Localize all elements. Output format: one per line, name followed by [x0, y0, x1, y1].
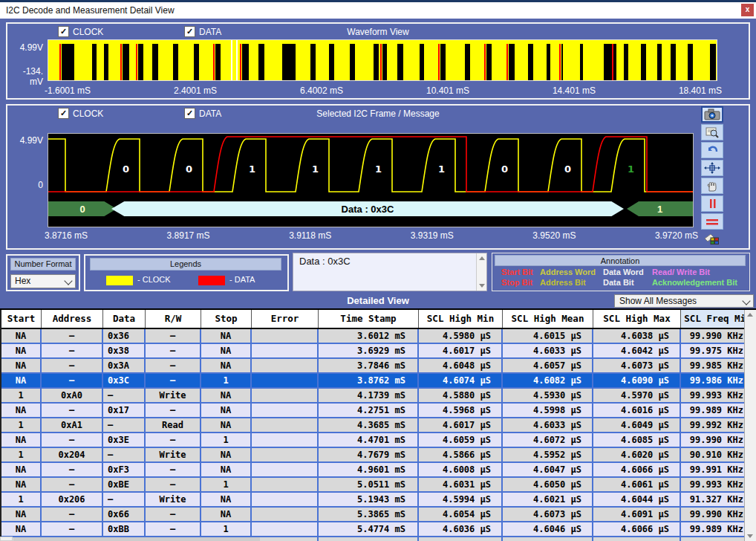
waveform-strip[interactable] [48, 39, 717, 81]
table-cell: – [103, 418, 146, 433]
waveform-bar [561, 44, 563, 80]
waveform-bar [242, 44, 249, 80]
annotation-legend-item: Address Bit [540, 278, 603, 287]
camera-button[interactable] [701, 106, 723, 123]
frame-clock-checkbox[interactable]: ✓ [58, 108, 69, 119]
vertical-cursors-button[interactable] [701, 195, 723, 212]
frame-data-checkbox[interactable]: ✓ [184, 108, 195, 119]
table-row[interactable]: NA–0x66–NA5.3865 mS4.6054 µS4.6073 µS4.6… [1, 508, 744, 522]
data-transition-marker [136, 44, 137, 80]
undo-arrow-icon [704, 144, 720, 156]
table-cell: NA [1, 344, 42, 359]
table-cell: Write [146, 448, 201, 463]
waveform-bar [310, 44, 316, 80]
table-row[interactable]: NA–0xBE–15.0511 mS4.6031 µS4.6050 µS4.60… [1, 478, 744, 493]
table-cell: 4.6044 µS [593, 493, 681, 508]
data-box-scrollbar[interactable] [476, 253, 486, 291]
waveform-bar [194, 44, 199, 80]
column-header[interactable]: R/W [146, 310, 201, 328]
table-vertical-scrollbar[interactable] [744, 310, 756, 541]
table-row[interactable]: NA–0x3E–14.4701 mS4.6059 µS4.6072 µS4.60… [1, 433, 744, 448]
axis-tick-label: 6.4002 mS [300, 85, 343, 96]
undo-button[interactable] [701, 142, 723, 158]
table-hscroll-left-button[interactable] [0, 537, 13, 541]
column-header[interactable]: Data [103, 310, 146, 328]
table-cell: 0xA1 [42, 418, 103, 433]
pan-hand-button[interactable] [701, 178, 723, 194]
frame-plot[interactable]: 001111001 0 Data : 0x3C 1 [48, 133, 694, 227]
table-row[interactable]: 10xA1–ReadNA4.3685 mS4.6017 µS4.6033 µS4… [1, 418, 744, 433]
frame-y-zero-label: 0 [9, 180, 43, 190]
table-row[interactable]: NA–0x3A–NA3.7846 mS4.6048 µS4.6057 µS4.6… [1, 359, 744, 374]
table-cell: 4.6066 µS [593, 522, 681, 537]
annotation-row2: Stop BitAddress BitData BitAcknowledgeme… [501, 278, 746, 287]
column-header[interactable]: Start [1, 310, 42, 328]
decode-start-bit-bar[interactable]: 0 [48, 201, 117, 216]
table-row[interactable]: NA–0x3C–13.8762 mS4.6074 µS4.6082 µS4.60… [1, 374, 744, 389]
waveform-y-max-label: 4.99V [9, 42, 43, 53]
table-cell: 0x36 [103, 329, 146, 344]
column-header[interactable]: Address [42, 310, 103, 328]
axis-tick-label: 10.401 mS [426, 85, 469, 96]
table-cell: NA [201, 418, 252, 433]
table-cell [252, 478, 319, 493]
annotation-legend-item: Data Bit [603, 278, 652, 287]
table-row[interactable]: NA–0x36–NA3.6012 mS4.5980 µS4.6015 µS4.6… [1, 329, 744, 344]
vertical-cursors-icon [704, 198, 720, 210]
column-header[interactable]: SCL High Max [593, 310, 681, 328]
decode-data-bar[interactable]: Data : 0x3C [111, 201, 624, 216]
table-cell: 4.5930 µS [503, 389, 593, 404]
number-format-panel: Number Format Hex [6, 254, 80, 291]
annotation-legend-item: Start Bit [501, 268, 540, 276]
clock-checkbox[interactable]: ✓ [58, 26, 69, 37]
table-cell: Write [146, 493, 201, 508]
data-transition-marker [240, 44, 241, 80]
table-cell [252, 537, 319, 541]
table-row[interactable]: NA–0x17–NA4.2751 mS4.5968 µS4.5998 µS4.6… [1, 404, 744, 418]
message-filter-value: Show All Messages [619, 296, 697, 306]
data-transition-marker [59, 44, 61, 80]
table-row[interactable]: NA–0xF3–NA4.9601 mS4.6008 µS4.6047 µS4.6… [1, 463, 744, 478]
message-filter-select[interactable]: Show All Messages [614, 294, 754, 308]
column-header[interactable]: Time Stamp [319, 310, 419, 328]
close-button[interactable]: x [741, 4, 754, 16]
frame-y-max-label: 4.99V [9, 135, 43, 146]
bit-label: 1 [249, 163, 255, 175]
decode-ack-bit-bar[interactable]: 1 [627, 201, 693, 216]
titlebar: I2C Decode and Measurement Detail View x [0, 2, 756, 19]
decode-row: 0 Data : 0x3C 1 [48, 201, 693, 216]
number-format-select[interactable]: Hex [10, 274, 76, 288]
table-cell: 4.6017 µS [419, 418, 503, 433]
table-cell: 4.6015 µS [503, 329, 593, 344]
fit-view-button[interactable] [701, 160, 723, 176]
table-hscroll-thumb[interactable] [13, 537, 260, 541]
axis-tick-label: 3.9319 mS [411, 230, 454, 241]
bit-label: 1 [312, 163, 319, 175]
table-cell: 4.5968 µS [419, 404, 503, 418]
table-row[interactable]: NA–0xBB–15.4774 mS4.6036 µS4.6046 µS4.60… [1, 522, 744, 537]
zoom-message-button[interactable] [701, 124, 723, 140]
horizontal-cursors-button[interactable] [701, 213, 723, 230]
table-cell: 4.5866 µS [419, 448, 503, 463]
column-header[interactable]: Stop [201, 310, 252, 328]
export-report-button[interactable] [701, 231, 723, 247]
column-header[interactable]: SCL High Mean [503, 310, 593, 328]
clock-color-swatch [106, 276, 133, 285]
table-cell: – [103, 448, 146, 463]
table-cell: 0x206 [42, 493, 103, 508]
table-row[interactable]: 10xA0–WriteNA4.1739 mS4.5880 µS4.5930 µS… [1, 389, 744, 404]
table-cell: 4.5980 µS [419, 329, 503, 344]
column-header[interactable]: SCL High Min [419, 310, 503, 328]
table-cell: 4.1739 mS [319, 389, 419, 404]
table-cell: 4.3685 mS [319, 418, 419, 433]
column-header[interactable]: Error [252, 310, 319, 328]
table-row[interactable]: 10x206–WriteNA5.1943 mS4.5994 µS4.6021 µ… [1, 493, 744, 508]
table-row[interactable]: NA–0x38–NA3.6929 mS4.6017 µS4.6033 µS4.6… [1, 344, 744, 359]
table-cell: 4.6074 µS [419, 374, 503, 389]
data-checkbox[interactable]: ✓ [184, 26, 195, 37]
table-row[interactable]: 10x204–WriteNA4.7679 mS4.5866 µS4.5952 µ… [1, 448, 744, 463]
table-cell [503, 537, 593, 541]
table-cell: 1 [1, 389, 42, 404]
column-header[interactable]: SCL Freq Min [681, 310, 744, 328]
table-cell: 4.5994 µS [419, 493, 503, 508]
